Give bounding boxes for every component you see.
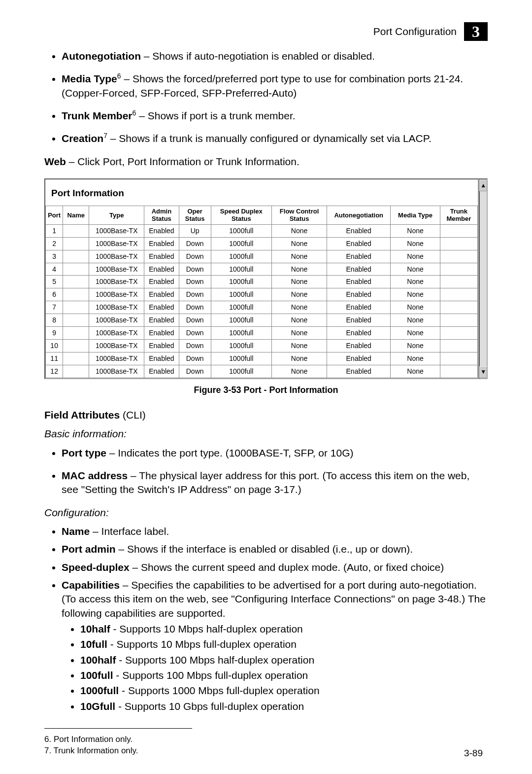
table-cell: None: [272, 288, 327, 301]
table-cell: None: [272, 276, 327, 288]
table-row: 81000Base-TXEnabledDown1000fullNoneEnabl…: [46, 314, 478, 327]
list-item: 100half - Supports 100 Mbps half-duplex …: [80, 653, 488, 667]
bullet-term: 100half: [80, 654, 116, 666]
table-cell: [440, 339, 478, 352]
table-cell: None: [391, 314, 440, 327]
table-cell: 1000Base-TX: [89, 276, 144, 288]
footnotes: 6. Port Information only.7. Trunk Inform…: [44, 734, 488, 757]
table-cell: Enabled: [327, 352, 391, 365]
bullet-desc: – Shows if the interface is enabled or d…: [116, 543, 413, 555]
list-item: MAC address – The physical layer address…: [62, 469, 488, 497]
table-header: Name: [63, 206, 89, 224]
chapter-title: Port Configuration: [373, 26, 457, 37]
table-cell: [63, 301, 89, 314]
table-cell: 11: [46, 352, 63, 365]
table-cell: Enabled: [327, 365, 391, 378]
figure-caption: Figure 3-53 Port - Port Information: [44, 384, 488, 396]
table-cell: [440, 288, 478, 301]
table-cell: Enabled: [327, 288, 391, 301]
table-cell: [63, 237, 89, 250]
table-cell: [63, 352, 89, 365]
bullet-term: 100full: [80, 669, 113, 681]
table-cell: None: [391, 276, 440, 288]
table-cell: 1000Base-TX: [89, 250, 144, 263]
table-row: 101000Base-TXEnabledDown1000fullNoneEnab…: [46, 339, 478, 352]
table-cell: [63, 339, 89, 352]
table-cell: 6: [46, 288, 63, 301]
footnote-ref: 7: [103, 132, 107, 140]
table-cell: None: [391, 263, 440, 276]
bullet-term: Capabilities: [62, 579, 120, 591]
table-cell: [63, 276, 89, 288]
table-cell: 3: [46, 250, 63, 263]
table-row: 111000Base-TXEnabledDown1000fullNoneEnab…: [46, 352, 478, 365]
table-cell: Down: [179, 365, 211, 378]
bullet-term: Name: [62, 526, 90, 537]
bullet-desc: – Indicates the port type. (1000BASE-T, …: [106, 447, 354, 458]
table-cell: Enabled: [327, 263, 391, 276]
table-cell: Enabled: [144, 288, 179, 301]
bullet-desc: - Supports 10 Mbps full-duplex operation: [107, 638, 297, 650]
table-header: Oper Status: [179, 206, 211, 224]
table-header: Speed Duplex Status: [211, 206, 272, 224]
table-cell: 1000full: [211, 365, 272, 378]
table-cell: Enabled: [144, 301, 179, 314]
scroll-up-icon[interactable]: ▲: [479, 179, 487, 191]
list-item: 100full - Supports 100 Mbps full-duplex …: [80, 668, 488, 682]
bullet-term: 1000full: [80, 685, 119, 696]
table-cell: [440, 224, 478, 237]
bullet-term: Creation: [62, 133, 103, 144]
footnote-line: 7. Trunk Information only.: [44, 745, 488, 757]
table-cell: Enabled: [144, 365, 179, 378]
list-item: Name – Interface label.: [62, 525, 488, 538]
bullet-term: 10half: [80, 623, 110, 634]
configuration-heading: Configuration:: [44, 506, 488, 520]
scroll-down-icon[interactable]: ▼: [479, 366, 487, 378]
list-item: 10full - Supports 10 Mbps full-duplex op…: [80, 637, 488, 651]
table-header: Autonegotiation: [327, 206, 391, 224]
table-row: 31000Base-TXEnabledDown1000fullNoneEnabl…: [46, 250, 478, 263]
table-header: Media Type: [391, 206, 440, 224]
table-row: 121000Base-TXEnabledDown1000fullNoneEnab…: [46, 365, 478, 378]
bullet-desc: – Specifies the capabilities to be adver…: [62, 579, 486, 619]
table-cell: 1000full: [211, 224, 272, 237]
table-cell: 1000full: [211, 327, 272, 340]
table-cell: None: [391, 365, 440, 378]
bullet-desc: - Supports 10 Mbps half-duplex operation: [110, 623, 303, 634]
table-cell: 1000Base-TX: [89, 352, 144, 365]
table-cell: None: [272, 339, 327, 352]
table-cell: 1000full: [211, 263, 272, 276]
table-cell: Enabled: [144, 314, 179, 327]
table-cell: [63, 288, 89, 301]
web-desc: – Click Port, Port Information or Trunk …: [66, 156, 299, 167]
table-row: 51000Base-TXEnabledDown1000fullNoneEnabl…: [46, 276, 478, 288]
scrollbar[interactable]: ▲ ▼: [479, 178, 488, 379]
table-cell: [440, 327, 478, 340]
list-item: 1000full - Supports 1000 Mbps full-duple…: [80, 684, 488, 698]
scroll-track[interactable]: [480, 191, 487, 366]
table-row: 91000Base-TXEnabledDown1000fullNoneEnabl…: [46, 327, 478, 340]
table-cell: None: [272, 250, 327, 263]
basic-info-heading: Basic information:: [44, 427, 488, 441]
table-cell: Enabled: [144, 339, 179, 352]
web-label: Web: [44, 156, 66, 167]
table-cell: None: [272, 314, 327, 327]
table-cell: Enabled: [144, 237, 179, 250]
bullet-desc: – Shows the forced/preferred port type t…: [62, 73, 463, 98]
table-cell: [440, 263, 478, 276]
bullet-desc: – Shows the current speed and duplex mod…: [130, 562, 444, 573]
table-cell: [440, 352, 478, 365]
table-cell: None: [391, 352, 440, 365]
bullet-term: Port type: [62, 447, 106, 458]
table-cell: 1000Base-TX: [89, 301, 144, 314]
config-bullets: Name – Interface label.Port admin – Show…: [44, 525, 488, 713]
table-cell: Down: [179, 339, 211, 352]
footnote-line: 6. Port Information only.: [44, 734, 488, 745]
table-cell: 8: [46, 314, 63, 327]
field-attributes-heading: Field Attributes (CLI): [44, 408, 488, 422]
field-attr-label: Field Attributes: [44, 409, 120, 421]
table-cell: Enabled: [144, 327, 179, 340]
table-cell: [440, 237, 478, 250]
bullet-desc: – Shows if a trunk is manually configure…: [107, 133, 432, 144]
bullet-desc: - Supports 1000 Mbps full-duplex operati…: [119, 685, 319, 696]
